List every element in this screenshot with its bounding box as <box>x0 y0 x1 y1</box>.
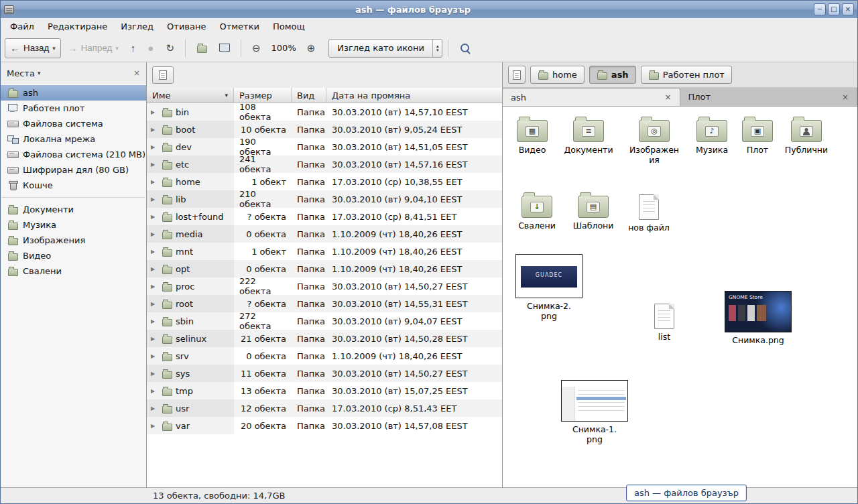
sidebar-item[interactable]: Шифриран дял (80 GB) <box>1 162 146 178</box>
pathbar-button-desktop[interactable]: Работен плот <box>641 66 732 84</box>
tree-row[interactable]: ▶ root ? обекта Папка 30.03.2010 (вт) 14… <box>147 295 502 312</box>
view-mode-select[interactable]: Изглед като икони ▴▾ <box>328 39 442 58</box>
expander-icon[interactable]: ▶ <box>151 318 158 324</box>
expander-icon[interactable]: ▶ <box>151 109 158 115</box>
expander-icon[interactable]: ▶ <box>151 371 158 377</box>
menu-item[interactable]: Отметки <box>212 19 265 34</box>
expander-icon[interactable]: ▶ <box>151 249 158 255</box>
sidebar-item[interactable]: Работен плот <box>1 101 146 116</box>
column-header-type[interactable]: Вид <box>292 88 326 103</box>
sidebar-item[interactable]: Документи <box>1 202 146 217</box>
tree-row[interactable]: ▶ etc 241 обекта Папка 30.03.2010 (вт) 1… <box>147 155 502 173</box>
expander-icon[interactable]: ▶ <box>151 214 158 220</box>
sidebar-close-icon[interactable]: × <box>133 68 140 78</box>
menu-item[interactable]: Помощ <box>266 19 312 34</box>
image-snimka-1[interactable]: Снимка-1.png <box>571 380 618 444</box>
expander-icon[interactable]: ▶ <box>151 301 158 307</box>
tree-row[interactable]: ▶ tmp 13 обекта Папка 30.03.2010 (вт) 15… <box>147 382 502 399</box>
column-header-date[interactable]: Дата на промяна <box>326 88 502 103</box>
home-button[interactable] <box>191 38 212 58</box>
sidebar-item[interactable]: Свалени <box>1 263 146 279</box>
sidebar-item[interactable]: Кошче <box>1 178 146 193</box>
file-type: Папка <box>292 103 326 121</box>
sidebar-item[interactable]: Музика <box>1 217 146 233</box>
expander-icon[interactable]: ▶ <box>151 336 158 342</box>
tree-row[interactable]: ▶ mnt 1 обект Папка 1.10.2009 (чт) 18,40… <box>147 243 502 260</box>
icon-video-folder[interactable]: Видео <box>505 115 559 155</box>
camera-emblem-icon <box>648 126 661 137</box>
file-new-file[interactable]: нов файл <box>622 190 676 233</box>
tree-row[interactable]: ▶ selinux 21 обекта Папка 30.03.2010 (вт… <box>147 330 502 347</box>
expander-icon[interactable]: ▶ <box>151 231 158 237</box>
location-edit-button[interactable] <box>508 66 526 84</box>
tab-ash[interactable]: ash × <box>503 88 680 106</box>
pathbar-button-ash[interactable]: ash <box>589 66 636 84</box>
sidebar-item[interactable]: Файлова система <box>1 116 146 131</box>
maximize-button[interactable]: □ <box>828 3 840 15</box>
sidebar-header[interactable]: Места ▾ × <box>1 62 146 84</box>
image-snimka[interactable]: GNOME Store Снимка.png <box>723 291 793 345</box>
expander-icon[interactable]: ▶ <box>151 388 158 394</box>
tree-row[interactable]: ▶ lib 210 обекта Папка 30.03.2010 (вт) 9… <box>147 190 502 208</box>
sidebar-item[interactable]: Видео <box>1 248 146 263</box>
tree-row[interactable]: ▶ dev 190 обекта Папка 30.03.2010 (вт) 1… <box>147 138 502 155</box>
menu-item[interactable]: Файл <box>3 19 41 34</box>
column-header-size[interactable]: Размер <box>234 88 292 103</box>
expander-icon[interactable]: ▶ <box>151 405 158 412</box>
image-snimka-2[interactable]: GUADEC Снимка-2.png <box>526 254 572 321</box>
expander-icon[interactable]: ▶ <box>151 162 158 168</box>
tree-row[interactable]: ▶ usr 12 обекта Папка 17.03.2010 (ср) 8,… <box>147 399 502 417</box>
menu-item[interactable]: Редактиране <box>41 19 114 34</box>
zoom-in-button[interactable]: ⊕ <box>302 38 321 58</box>
icon-images-folder[interactable]: Изображения <box>627 115 681 165</box>
sidebar-item[interactable]: Файлова система (210 MB) <box>1 147 146 162</box>
location-toggle-button[interactable] <box>152 66 174 84</box>
tree-row[interactable]: ▶ lost+found ? обекта Папка 17.03.2010 (… <box>147 208 502 225</box>
minimize-button[interactable]: − <box>814 3 826 15</box>
sidebar-item[interactable]: ash <box>1 85 146 101</box>
expander-icon[interactable]: ▶ <box>151 266 158 272</box>
forward-button[interactable]: → Напред ▾ <box>62 38 124 58</box>
reload-button[interactable]: ↻ <box>160 38 180 58</box>
zoom-out-button[interactable]: ⊖ <box>247 38 266 58</box>
icon-public-folder[interactable]: Публични <box>780 115 833 155</box>
column-header-name[interactable]: Име ▾ <box>147 88 234 103</box>
icon-templates-folder[interactable]: Шаблони <box>566 190 620 231</box>
expander-icon[interactable]: ▶ <box>151 179 158 185</box>
tree-row[interactable]: ▶ opt 0 обекта Папка 1.10.2009 (чт) 18,4… <box>147 260 502 277</box>
sidebar-item[interactable]: Локална мрежа <box>1 131 146 147</box>
sidebar-item[interactable]: Изображения <box>1 233 146 248</box>
icon-downloads-folder[interactable]: Свалени <box>510 190 564 231</box>
stop-button[interactable]: ● <box>142 38 159 58</box>
tab-close-icon[interactable]: × <box>842 92 849 102</box>
expander-icon[interactable]: ▶ <box>151 353 158 359</box>
tab-plot[interactable]: Плот × <box>680 88 858 106</box>
icon-documents-folder[interactable]: Документи <box>562 115 615 155</box>
tree-row[interactable]: ▶ home 1 обект Папка 17.03.2010 (ср) 10,… <box>147 173 502 190</box>
menu-item[interactable]: Изглед <box>114 19 160 34</box>
computer-button[interactable] <box>214 38 235 58</box>
expander-icon[interactable]: ▶ <box>151 144 158 150</box>
file-list[interactable]: list <box>636 300 692 342</box>
up-button[interactable]: ↑ <box>125 38 141 58</box>
tree-row[interactable]: ▶ bin 108 обекта Папка 30.03.2010 (вт) 1… <box>147 103 502 121</box>
expander-icon[interactable]: ▶ <box>151 423 158 429</box>
search-button[interactable] <box>454 38 477 58</box>
tree-row[interactable]: ▶ proc 222 обекта Папка 30.03.2010 (вт) … <box>147 277 502 295</box>
tree-row[interactable]: ▶ media 0 обекта Папка 1.10.2009 (чт) 18… <box>147 225 502 243</box>
close-button[interactable]: × <box>842 3 854 15</box>
expander-icon[interactable]: ▶ <box>151 127 158 133</box>
tree-row[interactable]: ▶ srv 0 обекта Папка 1.10.2009 (чт) 18,4… <box>147 347 502 365</box>
back-button[interactable]: ← Назад ▾ <box>5 38 61 58</box>
pathbar-button-home[interactable]: home <box>530 66 585 84</box>
folder-label: Публични <box>785 145 828 155</box>
expander-icon[interactable]: ▶ <box>151 284 158 290</box>
tree-row[interactable]: ▶ boot 10 обекта Папка 30.03.2010 (вт) 9… <box>147 121 502 138</box>
tree-row[interactable]: ▶ var 20 обекта Папка 30.03.2010 (вт) 14… <box>147 417 502 434</box>
icon-desktop-folder[interactable]: Плот <box>731 115 784 155</box>
expander-icon[interactable]: ▶ <box>151 196 158 202</box>
menu-item[interactable]: Отиване <box>160 19 212 34</box>
tab-close-icon[interactable]: × <box>664 92 671 102</box>
tree-row[interactable]: ▶ sbin 272 обекта Папка 30.03.2010 (вт) … <box>147 312 502 330</box>
tree-row[interactable]: ▶ sys 11 обекта Папка 30.03.2010 (вт) 14… <box>147 365 502 382</box>
